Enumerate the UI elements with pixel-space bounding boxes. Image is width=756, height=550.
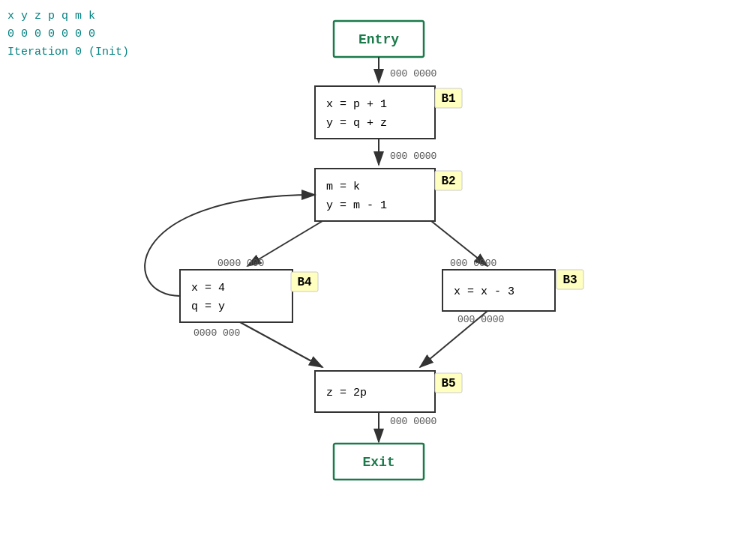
- b2-rect: [315, 169, 435, 221]
- b1-line1: x = p + 1: [326, 98, 387, 111]
- entry-label: Entry: [358, 32, 399, 47]
- bitvec-b5-out: 000 0000: [390, 416, 436, 427]
- b2-badge-label: B2: [441, 175, 455, 188]
- b3-badge-label: B3: [562, 274, 577, 287]
- bitvec-b2-b3: 000 0000: [450, 258, 496, 269]
- b4-line2: q = y: [191, 300, 225, 313]
- b1-line2: y = q + z: [326, 117, 387, 130]
- arrow-b4-b5: [240, 322, 322, 367]
- bitvec-b1-out: 000 0000: [390, 151, 436, 162]
- arrow-b3-b5: [420, 311, 488, 367]
- b1-rect: [315, 86, 435, 139]
- b5-line1: z = 2p: [326, 387, 367, 399]
- bitvec-b2-b4: 0000 000: [218, 258, 264, 269]
- b4-rect: [180, 270, 292, 322]
- exit-label: Exit: [362, 455, 394, 470]
- b4-badge-label: B4: [297, 276, 312, 289]
- bitvec-entry-out: 000 0000: [390, 68, 436, 79]
- b1-badge-label: B1: [441, 92, 455, 106]
- b2-line2: y = m - 1: [326, 199, 387, 212]
- b3-line1: x = x - 3: [454, 285, 514, 298]
- bitvec-b4-out: 0000 000: [194, 327, 240, 339]
- b2-line1: m = k: [326, 181, 360, 193]
- flowchart-diagram: Entry 000 0000 x = p + 1 y = q + z B1 00…: [0, 0, 756, 550]
- b4-line1: x = 4: [191, 282, 225, 294]
- b5-badge-label: B5: [441, 377, 455, 390]
